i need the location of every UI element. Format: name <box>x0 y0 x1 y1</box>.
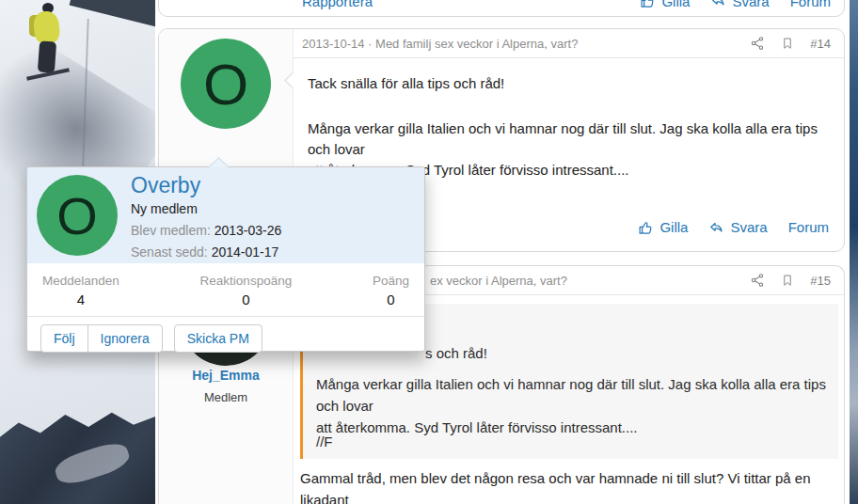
post14-avatar[interactable]: O <box>181 39 271 129</box>
thumbs-up-icon <box>640 0 656 9</box>
post-card-partial: Rapportera Gilla Svara Forum <box>158 0 845 17</box>
post-actions: Gilla Svara Forum <box>640 0 831 9</box>
post14-paragraph-1: Tack snälla för alla tips och råd! <box>308 73 829 94</box>
post14-date-title: 2013-10-14 · Med familj sex veckor i Alp… <box>302 37 578 51</box>
member-card-name[interactable]: Overby <box>131 171 415 199</box>
member-card-avatar[interactable]: O <box>37 175 118 256</box>
member-card-header: O Overby Ny medlem Blev medlem: 2013-03-… <box>27 167 424 263</box>
ignore-button[interactable]: Ignorera <box>87 324 163 353</box>
report-link[interactable]: Rapportera <box>302 0 373 9</box>
photo-skier-jacket <box>32 10 60 45</box>
post15-title-fragment: ex veckor i Alperna, vart? <box>430 274 567 288</box>
post14-actions: Gilla Svara Forum <box>638 217 829 238</box>
post15-user-role: Medlem <box>159 390 293 404</box>
send-pm-button[interactable]: Skicka PM <box>174 324 262 353</box>
reply-icon <box>708 220 724 236</box>
post-footer-row: Rapportera Gilla Svara Forum <box>302 0 831 9</box>
member-card-role: Ny medlem <box>131 201 415 216</box>
forum-page: Rapportera Gilla Svara Forum <box>0 0 858 504</box>
like-action[interactable]: Gilla <box>640 0 690 9</box>
post14-header-icons: #14 <box>750 36 831 51</box>
stat-points: Poäng 0 <box>373 274 409 316</box>
post14-header: 2013-10-14 · Med familj sex veckor i Alp… <box>293 29 844 58</box>
background-photo-right <box>850 0 858 504</box>
follow-button[interactable]: Följ <box>40 324 88 353</box>
member-card-joined: Blev medlem: 2013-03-26 <box>131 223 415 238</box>
quote-signature: //F <box>316 433 333 449</box>
member-tooltip-card: O Overby Ny medlem Blev medlem: 2013-03-… <box>26 166 425 352</box>
post15-body: Gammal tråd, men blev det någon resa och… <box>300 467 844 504</box>
post15-header-icons: #15 <box>750 273 831 288</box>
share-icon[interactable] <box>750 36 765 51</box>
member-card-info: Overby Ny medlem Blev medlem: 2013-03-26… <box>131 171 415 260</box>
quote-body: Många verkar gilla Italien och vi hamnar… <box>316 373 838 438</box>
member-card-buttons: Följ Ignorera Skicka PM <box>27 316 424 351</box>
reply-icon <box>710 0 726 9</box>
photo-skier-pants <box>38 40 56 72</box>
post14-number[interactable]: #14 <box>810 37 831 51</box>
reply-action[interactable]: Svara <box>710 0 769 9</box>
share-icon[interactable] <box>750 273 765 288</box>
post15-number[interactable]: #15 <box>810 274 831 288</box>
member-card-last-seen: Senast sedd: 2014-01-17 <box>131 244 415 260</box>
member-card-stats: Meddelanden 4 Reaktionspoäng 0 Poäng 0 <box>27 263 424 316</box>
forum-link[interactable]: Forum <box>790 0 831 9</box>
thumbs-up-icon <box>638 220 654 236</box>
bookmark-icon[interactable] <box>781 36 794 51</box>
like-action[interactable]: Gilla <box>638 217 688 238</box>
photo-dark-slope <box>70 0 155 35</box>
forum-link[interactable]: Forum <box>788 217 829 238</box>
stat-messages: Meddelanden 4 <box>42 274 119 316</box>
post15-username[interactable]: Hej_Emma <box>159 368 293 383</box>
stat-reaction-points: Reaktionspoäng 0 <box>200 274 293 316</box>
quote-opening-fragment: s och råd! <box>425 345 487 361</box>
bookmark-icon[interactable] <box>781 273 794 288</box>
reply-action[interactable]: Svara <box>708 217 767 238</box>
